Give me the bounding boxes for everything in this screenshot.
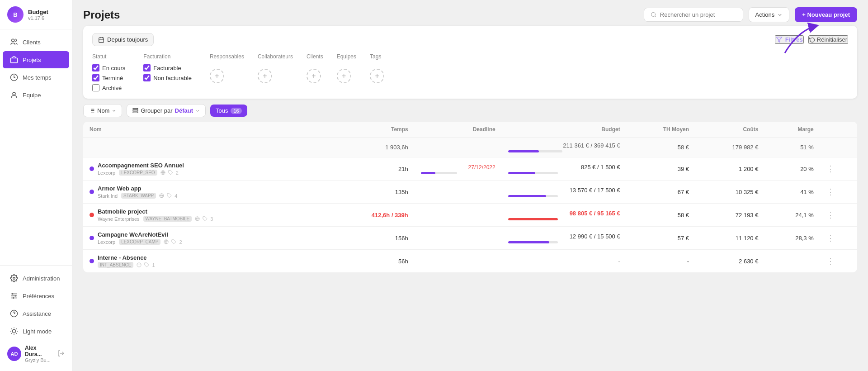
svg-line-21 (16, 328, 17, 329)
app-logo[interactable]: B Budget v1.17.6 (0, 0, 72, 29)
summary-row: 1 903,6h 211 361 € / 369 415 € 58 € 179 … (83, 138, 857, 157)
svg-point-4 (13, 277, 15, 280)
add-equipe-button[interactable]: + (337, 69, 351, 83)
reset-icon (809, 37, 815, 43)
search-input[interactable] (660, 11, 736, 18)
cell-name: Armor Web app Stark IndSTARK_WAPP 4 (83, 181, 326, 204)
cell-more[interactable]: ⋮ (820, 157, 857, 181)
row-more-button[interactable]: ⋮ (826, 187, 835, 196)
cell-couts: 2 630 € (695, 250, 764, 273)
sidebar-item-preferences[interactable]: Préférences (3, 287, 69, 304)
add-client-button[interactable]: + (307, 69, 321, 83)
statut-en-cours[interactable]: En cours (92, 64, 125, 71)
group-by-button[interactable]: Grouper par Défaut (127, 104, 206, 117)
sidebar-nav: Clients Projets Mes temps Equipe (0, 29, 72, 265)
sidebar-item-mes-temps[interactable]: Mes temps (3, 69, 69, 86)
search-box[interactable] (644, 8, 743, 22)
project-dot (90, 166, 94, 171)
cell-temps: 412,6h / 339h (326, 204, 415, 227)
table-row: Campagne WeAreNotEvil LexcorpLEXCORP_CAM… (83, 227, 857, 250)
cell-more[interactable]: ⋮ (820, 181, 857, 204)
filter-col-tags: Tags + (370, 53, 384, 83)
svg-point-10 (13, 297, 14, 299)
filter-row: Statut En cours Terminé Archivé Facturat… (92, 53, 848, 91)
tab-all-button[interactable]: Tous 16 (210, 105, 247, 117)
cell-deadline (415, 250, 502, 273)
new-project-button[interactable]: + Nouveau projet (795, 7, 857, 22)
cell-marge: 20 % (764, 157, 820, 181)
non-facturable[interactable]: Non facturable (143, 74, 192, 81)
tags-label: Tags (370, 53, 381, 60)
group-chevron-icon (195, 109, 200, 113)
sidebar-item-projets[interactable]: Projets (3, 51, 69, 68)
svg-rect-37 (133, 109, 138, 109)
filter-col-equipes: Equipes + (337, 53, 356, 83)
actions-button[interactable]: Actions (749, 7, 790, 22)
tab-all-label: Tous (216, 107, 228, 114)
sidebar-label-mes-temps: Mes temps (23, 74, 52, 81)
statut-archive-checkbox[interactable] (92, 84, 99, 91)
col-header-th-moyen: TH Moyen (627, 122, 695, 138)
add-collaborateur-button[interactable]: + (258, 69, 272, 83)
date-filter-label: Depuis toujours (107, 36, 148, 43)
summary-th-moyen: 58 € (627, 138, 695, 157)
facturable[interactable]: Facturable (143, 64, 192, 71)
responsables-label: Responsables (210, 53, 244, 60)
cell-budget: - (502, 250, 627, 273)
row-more-button[interactable]: ⋮ (826, 257, 835, 266)
row-more-button[interactable]: ⋮ (826, 164, 835, 173)
summary-marge: 51 % (764, 138, 820, 157)
row-more-button[interactable]: ⋮ (826, 210, 835, 219)
cell-more[interactable]: ⋮ (820, 227, 857, 250)
cell-couts: 11 120 € (695, 227, 764, 250)
sidebar-item-equipe[interactable]: Equipe (3, 86, 69, 104)
sidebar-item-light-mode[interactable]: Light mode (3, 323, 69, 340)
filters-toggle-button[interactable]: Filtres (775, 35, 804, 44)
project-sub: LexcorpLEXCORP_SEO 2 (98, 170, 184, 176)
svg-rect-38 (133, 110, 138, 111)
statut-archive[interactable]: Archivé (92, 84, 125, 91)
table-row: Accompagnement SEO Annuel LexcorpLEXCORP… (83, 157, 857, 181)
facturation-label: Facturation (143, 53, 192, 60)
statut-termine-checkbox[interactable] (92, 74, 99, 81)
filter-group-statut: Statut En cours Terminé Archivé (92, 53, 125, 91)
sidebar-label-assistance: Assistance (23, 310, 51, 317)
sidebar-item-assistance[interactable]: Assistance (3, 305, 69, 322)
users-icon (10, 38, 18, 46)
cell-temps: 156h (326, 227, 415, 250)
date-filter-button[interactable]: Depuis toujours (92, 33, 154, 46)
app-name-block: Budget v1.17.6 (28, 9, 48, 21)
add-tag-button[interactable]: + (370, 69, 384, 83)
sort-button[interactable]: Nom (83, 104, 122, 117)
project-name: Armor Web app (98, 185, 177, 192)
sidebar-item-clients[interactable]: Clients (3, 33, 69, 51)
help-icon (10, 309, 18, 318)
summary-budget: 211 361 € / 369 415 € (502, 138, 627, 157)
non-facturable-checkbox[interactable] (143, 74, 151, 81)
cell-more[interactable]: ⋮ (820, 204, 857, 227)
filter-col-responsables: Responsables + (210, 53, 244, 83)
cell-deadline: 27/12/2022 (415, 157, 502, 181)
cell-couts: 10 325 € (695, 181, 764, 204)
project-sub: INT_ABSENCE 1 (98, 262, 155, 268)
statut-termine[interactable]: Terminé (92, 74, 125, 81)
sidebar-item-administration[interactable]: Administration (3, 270, 69, 287)
col-header-deadline: Deadline (415, 122, 502, 138)
cell-deadline (415, 181, 502, 204)
sidebar-label-preferences: Préférences (23, 293, 54, 300)
facturable-checkbox[interactable] (143, 64, 151, 71)
row-more-button[interactable]: ⋮ (826, 233, 835, 243)
equipes-label: Equipes (337, 53, 356, 60)
statut-label: Statut (92, 53, 125, 60)
cell-th-moyen: 39 € (627, 157, 695, 181)
filter-right-actions: Filtres Réinitialiser (775, 35, 848, 44)
svg-rect-39 (133, 112, 138, 113)
reset-button[interactable]: Réinitialiser (808, 35, 848, 44)
project-dot (90, 190, 94, 194)
add-responsable-button[interactable]: + (210, 69, 224, 83)
svg-marker-30 (776, 37, 782, 42)
statut-en-cours-checkbox[interactable] (92, 64, 99, 71)
cell-more[interactable]: ⋮ (820, 250, 857, 273)
user-profile[interactable]: AD Alex Dura... Gryzly Bu... (0, 340, 72, 367)
logout-icon[interactable] (57, 350, 65, 358)
